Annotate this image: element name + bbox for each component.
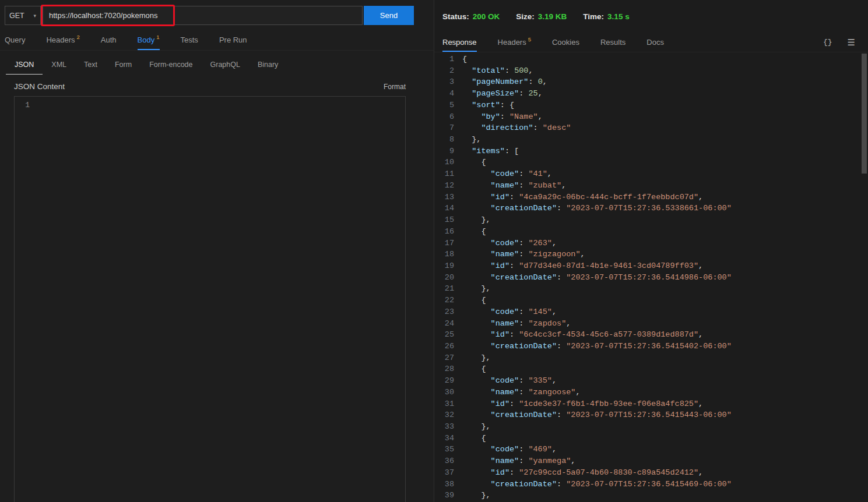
code-text: "name": "yanmega", [462,455,868,467]
response-tab-results[interactable]: Results [600,33,625,52]
request-tab-pre-run[interactable]: Pre Run [219,30,247,50]
line-number: 6 [434,111,462,123]
line-number: 25 [434,329,462,341]
tab-label: Headers [46,36,75,44]
tab-count-badge: 5 [528,36,531,43]
tab-label: Response [442,38,477,47]
send-button[interactable]: Send [364,6,414,25]
code-text: }, [462,352,868,364]
url-input[interactable] [43,6,363,25]
line-number: 13 [434,192,462,203]
response-body-viewer: 1{2 "total": 500,3 "pageNumber": 0,4 "pa… [434,52,868,502]
tab-label: Auth [101,36,117,44]
line-number: 9 [434,146,462,157]
response-code-line: 32 "creationDate": "2023-07-07T15:27:36.… [434,409,868,421]
chevron-down-icon: ▾ [33,13,36,19]
body-tab-form[interactable]: Form [106,55,140,75]
request-tab-tests[interactable]: Tests [181,30,198,50]
line-number: 21 [434,283,462,295]
json-body-editor[interactable]: 1 [14,96,406,502]
line-number: 4 [434,88,462,100]
response-code-line: 19 "id": "d77d34e0-87d1-4b1e-9461-3cd047… [434,260,868,272]
method-select[interactable]: GET ▾ [5,6,41,25]
body-tab-xml[interactable]: XML [43,55,75,75]
response-code-line: 2 "total": 500, [434,65,868,77]
response-code-line: 13 "id": "4ca9a29c-06bc-444c-bcff-1f7eeb… [434,192,868,203]
code-text: "code": "469", [462,444,868,455]
code-text: "creationDate": "2023-07-07T15:27:36.541… [462,479,868,490]
response-code-line: 18 "name": "zigzagoon", [434,249,868,260]
api-client-window: GET ▾ Send QueryHeaders2AuthBody1TestsPr… [0,0,868,502]
braces-icon[interactable]: {} [823,38,832,47]
response-meta: Status: 200 OK Size: 3.19 KB Time: 3.15 … [434,0,868,33]
line-number: 2 [434,65,462,77]
response-panel: Status: 200 OK Size: 3.19 KB Time: 3.15 … [434,0,868,502]
response-code-line: 4 "pageSize": 25, [434,88,868,100]
line-number: 10 [434,157,462,168]
request-tab-auth[interactable]: Auth [101,30,117,50]
code-text: "creationDate": "2023-07-07T15:27:36.541… [462,272,868,284]
code-text: }, [462,490,868,501]
response-code-line: 8 }, [434,134,868,146]
editor-line-numbers: 1 [15,97,36,502]
code-text: "id": "27c99ccd-5a07-4b60-8830-c89a545d2… [462,467,868,479]
request-tab-body[interactable]: Body1 [138,30,160,50]
format-button[interactable]: Format [384,83,406,91]
code-text: "id": "d77d34e0-87d1-4b1e-9461-3cd04789f… [462,260,868,272]
code-text: "name": "zigzagoon", [462,249,868,260]
line-number: 31 [434,398,462,410]
body-editor-header: JSON Content Format [14,82,406,91]
code-text: "items": [ [462,146,868,157]
response-tabs: ResponseHeaders5CookiesResultsDocs [442,33,685,52]
response-code-line: 36 "name": "yanmega", [434,455,868,467]
response-code-line: 23 "code": "145", [434,306,868,318]
response-code-line: 14 "creationDate": "2023-07-07T15:27:36.… [434,203,868,214]
line-number: 18 [434,249,462,260]
response-code-line: 25 "id": "6c4cc3cf-4534-45c6-a577-0389d1… [434,329,868,341]
response-code-line: 1{ [434,54,868,65]
code-text: { [462,226,868,238]
line-number: 12 [434,180,462,192]
code-text: "code": "263", [462,238,868,249]
line-number: 22 [434,295,462,306]
method-label: GET [9,12,24,20]
response-code-line: 26 "creationDate": "2023-07-07T15:27:36.… [434,341,868,352]
response-code-line: 15 }, [434,214,868,226]
code-text: "code": "41", [462,168,868,180]
response-code-line: 17 "code": "263", [434,238,868,249]
response-tab-headers[interactable]: Headers5 [498,33,531,52]
line-number: 34 [434,433,462,444]
request-tab-query[interactable]: Query [5,30,25,50]
response-code-line: 35 "code": "469", [434,444,868,455]
editor-content[interactable] [36,97,405,502]
line-number: 28 [434,363,462,375]
body-tab-text[interactable]: Text [75,55,106,75]
body-tab-graphql[interactable]: GraphQL [202,55,249,75]
tab-label: Body [138,36,155,44]
line-number: 19 [434,260,462,272]
request-tab-headers[interactable]: Headers2 [46,30,79,50]
code-text: "id": "1cde3e37-f6b1-4fbb-93ee-f06e8a4fc… [462,398,868,410]
time-indicator: Time: 3.15 s [583,12,629,21]
code-text: }, [462,421,868,433]
line-number: 7 [434,122,462,134]
body-tab-binary[interactable]: Binary [249,55,287,75]
code-text: "id": "4ca9a29c-06bc-444c-bcff-1f7eebbdc… [462,192,868,203]
response-code-line: 28 { [434,363,868,375]
response-tab-response[interactable]: Response [442,33,477,52]
response-tabs-row: ResponseHeaders5CookiesResultsDocs {} ☰ [434,33,868,52]
line-number: 39 [434,490,462,501]
body-tab-form-encode[interactable]: Form-encode [140,55,201,75]
line-number: 16 [434,226,462,238]
line-number: 11 [434,168,462,180]
response-tab-docs[interactable]: Docs [646,33,664,52]
response-code-line: 7 "direction": "desc" [434,122,868,134]
size-value: 3.19 KB [538,12,567,21]
code-text: { [462,433,868,444]
response-code-line: 20 "creationDate": "2023-07-07T15:27:36.… [434,272,868,284]
body-tab-json[interactable]: JSON [6,55,43,75]
scrollbar-thumb[interactable] [862,54,867,174]
menu-icon[interactable]: ☰ [848,37,855,48]
response-tab-cookies[interactable]: Cookies [552,33,579,52]
code-text: "code": "145", [462,306,868,318]
